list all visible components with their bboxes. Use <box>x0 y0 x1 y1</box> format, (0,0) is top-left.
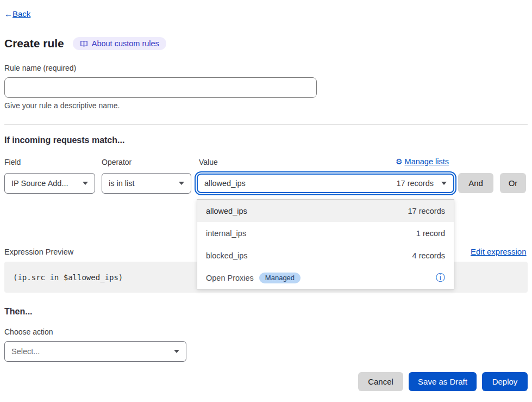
page-title: Create rule <box>4 37 64 50</box>
manage-lists-label: Manage lists <box>405 157 449 166</box>
expression-code: (ip.src in $allowed_ips) <box>4 273 123 282</box>
list-dropdown-menu: allowed_ips 17 records internal_ips 1 re… <box>197 199 454 289</box>
list-option-meta: 1 record <box>416 229 445 238</box>
chevron-down-icon <box>441 182 447 185</box>
edit-expression-label: Edit expression <box>471 247 527 256</box>
list-option-name: Open Proxies <box>206 274 254 282</box>
about-custom-rules-badge[interactable]: About custom rules <box>73 37 166 50</box>
match-section-heading: If incoming requests match... <box>4 135 124 145</box>
list-option-meta: 4 records <box>412 251 445 260</box>
list-option-internal-ips[interactable]: internal_ips 1 record <box>197 222 454 244</box>
back-link[interactable]: ←Back <box>4 9 30 18</box>
operator-select-value: is in list <box>109 179 135 188</box>
or-button[interactable]: Or <box>500 173 526 193</box>
action-select[interactable]: Select... <box>4 341 186 362</box>
value-select[interactable]: allowed_ips 17 records <box>197 174 454 193</box>
operator-select[interactable]: is in list <box>102 173 191 194</box>
chevron-down-icon <box>174 350 179 353</box>
info-icon[interactable]: ⓘ <box>436 273 445 282</box>
back-arrow-icon: ← <box>4 9 12 18</box>
manage-lists-link[interactable]: ⚙Manage lists <box>396 157 449 166</box>
operator-label: Operator <box>102 158 132 166</box>
save-as-draft-button[interactable]: Save as Draft <box>409 372 477 391</box>
list-option-name: blocked_ips <box>206 251 248 260</box>
chevron-down-icon <box>179 182 184 185</box>
managed-badge: Managed <box>259 273 301 283</box>
list-option-allowed-ips[interactable]: allowed_ips 17 records <box>197 200 454 222</box>
chevron-down-icon <box>83 182 88 185</box>
create-rule-page: ←Back Create rule About custom rules Rul… <box>0 0 532 402</box>
list-option-meta: 17 records <box>408 207 445 215</box>
then-section-heading: Then... <box>4 307 33 317</box>
value-select-meta: 17 records <box>396 179 434 188</box>
expression-preview-label: Expression Preview <box>4 248 73 256</box>
field-label: Field <box>4 158 21 166</box>
deploy-button[interactable]: Deploy <box>482 372 528 391</box>
rule-name-label: Rule name (required) <box>4 64 76 72</box>
section-divider <box>4 124 528 125</box>
value-label: Value <box>199 158 218 166</box>
choose-action-label: Choose action <box>4 327 53 336</box>
rule-name-input[interactable] <box>4 77 317 98</box>
action-select-placeholder: Select... <box>11 347 40 356</box>
about-badge-label: About custom rules <box>92 39 159 48</box>
field-select[interactable]: IP Source Add... <box>4 173 95 194</box>
list-option-name: internal_ips <box>206 229 246 238</box>
and-button[interactable]: And <box>458 173 493 193</box>
back-link-label: Back <box>12 9 30 18</box>
edit-expression-link[interactable]: Edit expression <box>471 247 527 256</box>
value-select-value: allowed_ips <box>204 179 246 188</box>
rule-name-helper: Give your rule a descriptive name. <box>4 101 120 110</box>
list-option-open-proxies[interactable]: Open Proxies Managed ⓘ <box>197 267 454 289</box>
field-select-value: IP Source Add... <box>11 179 68 188</box>
cancel-button[interactable]: Cancel <box>358 372 403 391</box>
list-option-blocked-ips[interactable]: blocked_ips 4 records <box>197 244 454 267</box>
gear-icon: ⚙ <box>396 157 403 166</box>
book-icon <box>80 40 88 48</box>
list-option-name: allowed_ips <box>206 207 247 215</box>
